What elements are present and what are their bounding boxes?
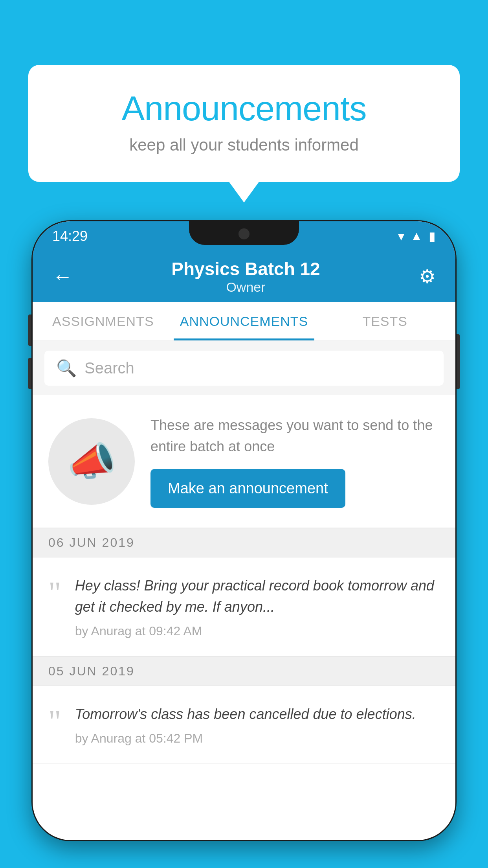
quote-icon-1: " [48, 577, 61, 609]
search-box[interactable]: 🔍 Search [44, 351, 444, 386]
announcement-text-2: Tomorrow's class has been cancelled due … [75, 704, 440, 725]
quote-icon-2: " [48, 706, 61, 737]
speech-bubble: Announcements keep all your students inf… [28, 65, 460, 182]
tab-tests[interactable]: TESTS [314, 302, 455, 340]
phone-notch [189, 221, 299, 245]
back-button[interactable]: ← [52, 265, 73, 288]
prompt-right: These are messages you want to send to t… [150, 415, 440, 508]
tabs-bar: ASSIGNMENTS ANNOUNCEMENTS TESTS [33, 302, 455, 341]
settings-button[interactable]: ⚙ [419, 265, 436, 287]
volume-down-button [28, 358, 31, 389]
volume-up-button [28, 314, 31, 346]
bubble-subtitle: keep all your students informed [60, 136, 428, 154]
announcement-item-2[interactable]: " Tomorrow's class has been cancelled du… [33, 686, 455, 764]
date-divider-2: 05 JUN 2019 [33, 657, 455, 686]
announcement-content-2: Tomorrow's class has been cancelled due … [75, 704, 440, 746]
tab-announcements[interactable]: ANNOUNCEMENTS [174, 302, 315, 340]
header-subtitle: Owner [171, 280, 320, 295]
announcement-meta-2: by Anurag at 05:42 PM [75, 731, 440, 746]
megaphone-circle: 📣 [48, 418, 135, 505]
app-header: ← Physics Batch 12 Owner ⚙ [33, 251, 455, 302]
make-announcement-button[interactable]: Make an announcement [150, 469, 345, 508]
wifi-icon: ▾ [398, 229, 404, 244]
tab-assignments[interactable]: ASSIGNMENTS [33, 302, 174, 340]
status-time: 14:29 [52, 228, 88, 245]
search-placeholder: Search [84, 359, 134, 377]
announcement-item-1[interactable]: " Hey class! Bring your practical record… [33, 557, 455, 657]
front-camera [238, 228, 250, 239]
prompt-description: These are messages you want to send to t… [150, 415, 440, 457]
announcement-prompt: 📣 These are messages you want to send to… [33, 395, 455, 528]
status-icons: ▾ ▲ ▮ [398, 229, 436, 244]
phone-frame: 14:29 ▾ ▲ ▮ ← Physics Batch 12 Owner ⚙ [31, 220, 457, 841]
search-icon: 🔍 [56, 359, 77, 378]
announcement-content-1: Hey class! Bring your practical record b… [75, 575, 440, 638]
battery-icon: ▮ [429, 229, 436, 244]
announcement-text-1: Hey class! Bring your practical record b… [75, 575, 440, 618]
signal-icon: ▲ [410, 229, 423, 243]
search-container: 🔍 Search [33, 341, 455, 395]
megaphone-icon: 📣 [67, 438, 116, 485]
bubble-title: Announcements [60, 88, 428, 129]
header-center: Physics Batch 12 Owner [171, 258, 320, 295]
phone-wrapper: 14:29 ▾ ▲ ▮ ← Physics Batch 12 Owner ⚙ [31, 220, 457, 868]
date-divider-1: 06 JUN 2019 [33, 528, 455, 557]
power-button [457, 334, 460, 389]
phone-screen: 14:29 ▾ ▲ ▮ ← Physics Batch 12 Owner ⚙ [33, 221, 455, 840]
announcement-meta-1: by Anurag at 09:42 AM [75, 624, 440, 638]
header-title: Physics Batch 12 [171, 258, 320, 280]
